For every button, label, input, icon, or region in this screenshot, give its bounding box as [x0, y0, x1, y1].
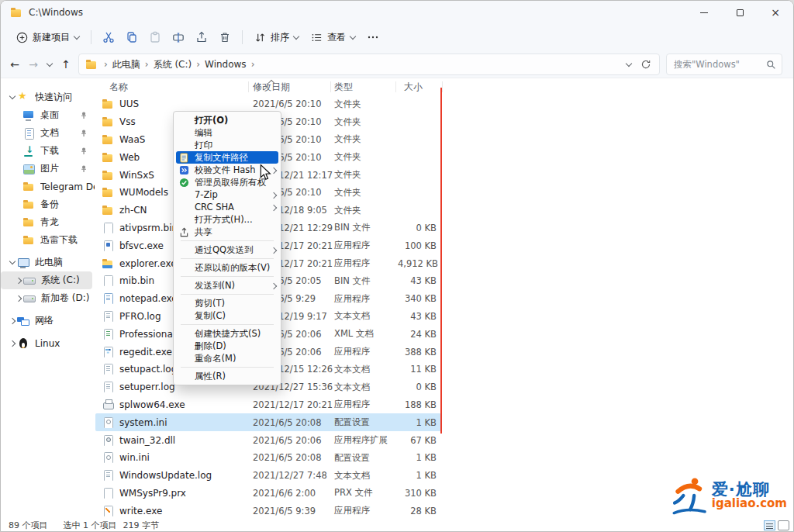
up-button[interactable]: ↑ [57, 54, 75, 74]
context-menu: 打开(O)编辑打印复制文件路径校验文件 Hash管理员取得所有权7-ZipCRC… [173, 111, 281, 385]
chevron-down-icon[interactable] [7, 261, 17, 264]
chevron-right-icon[interactable] [13, 296, 23, 301]
search-box[interactable] [666, 54, 782, 75]
history-dropdown-button[interactable] [43, 54, 57, 74]
context-menu-item[interactable]: 还原以前的版本(V) [174, 261, 281, 274]
paste-icon [149, 31, 161, 43]
sidebar-item-linux[interactable]: Linux [1, 334, 95, 352]
minimize-button[interactable] [686, 1, 722, 24]
file-row[interactable]: write.exe2021/6/5 9:39应用程序28 KB [95, 502, 441, 520]
context-menu-item[interactable]: 通过QQ发送到 [174, 244, 281, 256]
file-row[interactable]: win.ini2021/6/5 20:08配置设置1 KB [95, 449, 441, 467]
back-button[interactable]: ← [5, 54, 24, 74]
cut-button[interactable] [97, 27, 120, 47]
context-menu-item[interactable]: 属性(R) [174, 370, 281, 382]
chevron-right-icon[interactable] [13, 278, 23, 283]
column-header-type[interactable]: 类型 [334, 81, 353, 94]
file-row[interactable]: system.ini2021/6/5 20:08配置设置1 KB [95, 413, 441, 431]
address-dropdown-icon[interactable] [626, 60, 632, 66]
context-menu-item[interactable]: 发送到(N) [174, 279, 281, 292]
file-size: 24 KB [398, 329, 437, 340]
sidebar-item-new-volume-d[interactable]: 新加卷 (D:) [1, 289, 95, 307]
desktop-icon [22, 110, 35, 121]
file-size: 11 KB [398, 364, 437, 375]
new-item-button[interactable]: 新建项目 [10, 27, 85, 48]
sidebar-item-telegram-desktop[interactable]: Telegram Desktop [1, 178, 95, 195]
admin-shield-icon [179, 178, 189, 188]
file-row[interactable]: splwow64.exe2021/12/17 20:21应用程序188 KB [95, 396, 441, 414]
file-row[interactable]: twain_32.dll2021/6/5 20:06应用程序扩展67 KB [95, 431, 441, 449]
delete-button[interactable] [213, 27, 236, 47]
sidebar-item-downloads[interactable]: 下载 [1, 142, 95, 160]
context-menu-item[interactable]: 打开(O) [174, 114, 281, 126]
context-menu-item[interactable]: 复制文件路径 [176, 151, 278, 164]
watermark-title: 爱·尬聊 [712, 481, 787, 498]
file-row[interactable]: WindowsUpdate.log2021/12/27 7:48文本文档1 KB [95, 467, 441, 485]
file-type: 应用程序扩展 [334, 434, 398, 446]
context-menu-item[interactable]: 7-Zip [174, 188, 281, 201]
chevron-down-icon [47, 60, 53, 66]
search-input[interactable] [667, 59, 782, 70]
details-view-toggle[interactable] [764, 520, 775, 530]
toolbar-divider [242, 30, 243, 44]
chevron-down-icon[interactable] [7, 96, 17, 98]
sidebar-item-network[interactable]: 网络 [1, 312, 95, 330]
file-date: 2021/6/6 2:00 [253, 488, 334, 499]
chevron-right-icon[interactable] [7, 341, 17, 346]
context-menu-item[interactable]: 复制(C) [174, 309, 281, 322]
copy-button[interactable] [120, 27, 143, 47]
file-size: 28 KB [398, 506, 437, 516]
context-menu-item[interactable]: 创建快捷方式(S) [174, 327, 281, 340]
address-bar[interactable]: ›此电脑›系统 (C:)›Windows› [78, 54, 660, 75]
sidebar-item-documents[interactable]: 文档 [1, 124, 95, 142]
download-icon [22, 146, 35, 157]
breadcrumb-item[interactable]: Windows [205, 59, 247, 70]
maximize-button[interactable] [722, 1, 758, 24]
sidebar-item-system-c[interactable]: 系统 (C:) [1, 271, 92, 289]
file-name: splwow64.exe [102, 399, 253, 410]
drive-icon [23, 275, 36, 286]
context-menu-item-label: 7-Zip [195, 189, 218, 200]
sidebar-item-quick-access[interactable]: 快速访问 [1, 88, 95, 106]
close-button[interactable]: × [758, 1, 793, 24]
sidebar-item-desktop[interactable]: 桌面 [1, 106, 95, 124]
context-menu-item[interactable]: 重命名(M) [174, 352, 281, 364]
file-row[interactable]: WMSysPr9.prx2021/6/6 2:00PRX 文件310 KB [95, 485, 441, 503]
column-header-size[interactable]: 大小 [404, 81, 423, 94]
sidebar-item-backup[interactable]: 备份 [1, 195, 95, 213]
sidebar-item-this-pc[interactable]: 此电脑 [1, 254, 95, 271]
sidebar-item-pictures[interactable]: 图片 [1, 160, 95, 178]
thumbnail-view-toggle[interactable] [778, 520, 789, 530]
sidebar: 快速访问桌面文档下载图片Telegram Desktop备份青龙迅雷下载此电脑系… [1, 78, 95, 519]
config-icon [102, 417, 114, 428]
menu-separator [181, 367, 274, 368]
context-menu-item[interactable]: 删除(D) [174, 340, 281, 352]
hash-verify-icon [179, 165, 189, 175]
breadcrumb-item[interactable]: 此电脑 [112, 58, 140, 71]
share-button[interactable] [190, 27, 213, 47]
column-header-name[interactable]: 名称 [109, 81, 128, 94]
menu-separator [181, 276, 274, 277]
breadcrumb-item[interactable]: 系统 (C:) [154, 58, 192, 71]
view-button[interactable]: 查看 [305, 27, 361, 48]
forward-button[interactable]: → [24, 54, 43, 74]
context-menu-item[interactable]: 剪切(T) [174, 297, 281, 309]
submenu-arrow-icon [271, 202, 276, 212]
sidebar-item-thunder-download[interactable]: 迅雷下载 [1, 231, 95, 249]
context-menu-item[interactable]: CRC SHA [174, 201, 281, 213]
file-size: 188 KB [398, 399, 437, 410]
context-menu-item[interactable]: 打开方式(H)... [174, 213, 281, 226]
sort-button[interactable]: 排序 [248, 27, 305, 48]
sidebar-item-qinglong[interactable]: 青龙 [1, 213, 95, 231]
pin-icon [79, 147, 88, 155]
context-menu-item[interactable]: 编辑 [174, 126, 281, 139]
context-menu-item[interactable]: 打印 [174, 139, 281, 151]
rename-button[interactable] [167, 27, 190, 47]
more-button[interactable] [361, 27, 385, 47]
file-size: 0 KB [398, 223, 437, 233]
toolbar-divider [91, 30, 91, 44]
refresh-icon[interactable] [640, 59, 651, 70]
paste-button[interactable] [143, 27, 167, 47]
context-menu-item[interactable]: 共享 [174, 226, 281, 238]
chevron-right-icon[interactable] [7, 319, 17, 323]
